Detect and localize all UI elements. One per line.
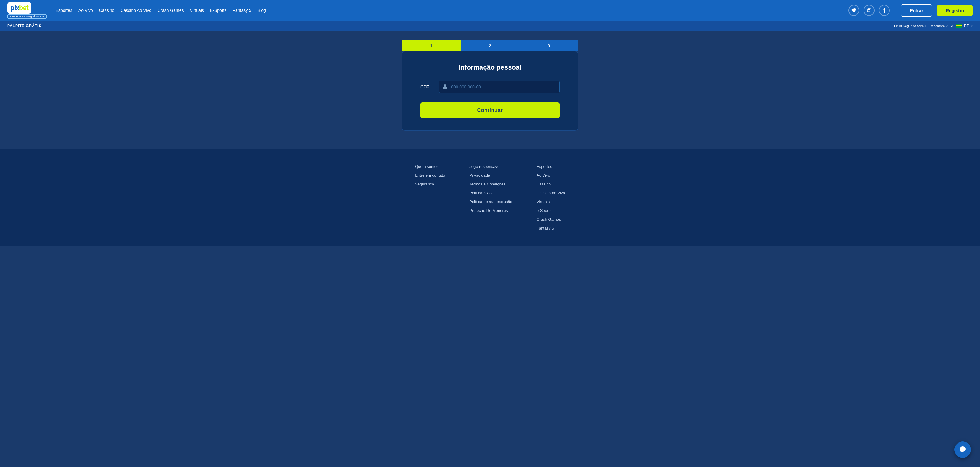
step-3-number: 3 xyxy=(548,43,550,48)
logo-area: pixbet Non-negative integral number xyxy=(7,2,46,19)
header-left: pixbet Non-negative integral number Espo… xyxy=(7,2,266,19)
cpf-row: CPF xyxy=(420,81,560,93)
logo-subtitle: Non-negative integral number xyxy=(7,14,46,19)
footer-columns: Quem somos Entre em contato Segurança Jo… xyxy=(24,164,956,231)
footer-virtuais[interactable]: Virtuais xyxy=(536,199,565,204)
form-card: Informação pessoal CPF Continuar xyxy=(402,51,578,131)
lang-chevron-icon[interactable]: ▾ xyxy=(971,24,973,28)
logo-pix-text: pix xyxy=(10,4,19,12)
svg-point-2 xyxy=(870,9,870,10)
brazil-flag-icon xyxy=(956,24,962,28)
nav-crash-games[interactable]: Crash Games xyxy=(158,8,184,13)
step-2: 2 xyxy=(460,40,519,51)
nav-fantasy5[interactable]: Fantasy 5 xyxy=(232,8,251,13)
nav-blog[interactable]: Blog xyxy=(258,8,266,13)
instagram-icon[interactable] xyxy=(864,5,875,16)
footer-col-2: Jogo responsável Privacidade Termos e Co… xyxy=(469,164,512,231)
language-selector[interactable]: PT xyxy=(964,24,969,28)
twitter-icon[interactable] xyxy=(848,5,859,16)
social-icons xyxy=(848,5,890,16)
footer-e-sports[interactable]: e-Sports xyxy=(536,208,565,213)
subheader: PALPITE GRÁTIS 14:48 Segunda-feira 18 De… xyxy=(0,21,980,31)
cpf-label: CPF xyxy=(420,84,433,89)
header-right: Entrar Registro xyxy=(848,4,973,17)
footer-jogo-responsavel[interactable]: Jogo responsável xyxy=(469,164,512,169)
footer-col-1: Quem somos Entre em contato Segurança xyxy=(415,164,445,231)
nav-ao-vivo[interactable]: Ao Vivo xyxy=(78,8,93,13)
registro-button[interactable]: Registro xyxy=(937,5,973,16)
svg-point-3 xyxy=(444,84,446,87)
nav-esportes[interactable]: Esportes xyxy=(56,8,72,13)
svg-point-1 xyxy=(868,10,870,11)
palpite-gratis[interactable]: PALPITE GRÁTIS xyxy=(7,24,41,28)
logo[interactable]: pixbet xyxy=(7,2,31,14)
footer-politica-autoexclusao[interactable]: Política de autoexclusão xyxy=(469,199,512,204)
facebook-icon[interactable] xyxy=(879,5,890,16)
footer-fantasy5[interactable]: Fantasy 5 xyxy=(536,226,565,231)
logo-bet-text: bet xyxy=(19,4,28,12)
chat-icon xyxy=(959,446,967,454)
form-title: Informação pessoal xyxy=(420,64,560,72)
steps-container: 1 2 3 xyxy=(402,40,578,51)
continuar-button[interactable]: Continuar xyxy=(420,102,560,118)
step-1: 1 xyxy=(402,40,460,51)
footer: Quem somos Entre em contato Segurança Jo… xyxy=(0,149,980,245)
footer-protecao-menores[interactable]: Proteção De Menores xyxy=(469,208,512,213)
footer-cassino[interactable]: Cassino xyxy=(536,182,565,186)
nav-cassino[interactable]: Cassino xyxy=(99,8,115,13)
main-nav: Esportes Ao Vivo Cassino Cassino Ao Vivo… xyxy=(56,8,266,13)
main-content: 1 2 3 Informação pessoal CPF Continuar xyxy=(0,31,980,149)
footer-seguranca[interactable]: Segurança xyxy=(415,182,445,186)
step-3: 3 xyxy=(520,40,578,51)
footer-termos-condicoes[interactable]: Termos e Condições xyxy=(469,182,512,186)
entrar-button[interactable]: Entrar xyxy=(900,4,932,17)
chat-button[interactable] xyxy=(955,441,971,458)
header: pixbet Non-negative integral number Espo… xyxy=(0,0,980,21)
footer-crash-games[interactable]: Crash Games xyxy=(536,217,565,222)
footer-entre-em-contato[interactable]: Entre em contato xyxy=(415,173,445,178)
datetime-text: 14:48 Segunda-feira 18 Dezembro 2023 xyxy=(893,24,953,28)
datetime-area: 14:48 Segunda-feira 18 Dezembro 2023 PT … xyxy=(893,24,973,28)
step-2-number: 2 xyxy=(489,43,491,48)
footer-cassino-ao-vivo[interactable]: Cassino ao Vivo xyxy=(536,191,565,195)
step-1-number: 1 xyxy=(430,43,432,48)
footer-esportes[interactable]: Esportes xyxy=(536,164,565,169)
nav-e-sports[interactable]: E-Sports xyxy=(210,8,226,13)
cpf-input-wrapper xyxy=(439,81,560,93)
footer-privacidade[interactable]: Privacidade xyxy=(469,173,512,178)
person-icon xyxy=(442,84,448,90)
footer-quem-somos[interactable]: Quem somos xyxy=(415,164,445,169)
nav-cassino-ao-vivo[interactable]: Cassino Ao Vivo xyxy=(120,8,151,13)
footer-ao-vivo[interactable]: Ao Vivo xyxy=(536,173,565,178)
cpf-input[interactable] xyxy=(439,81,560,93)
footer-politica-kyc[interactable]: Política KYC xyxy=(469,191,512,195)
nav-virtuais[interactable]: Virtuais xyxy=(190,8,204,13)
footer-col-3: Esportes Ao Vivo Cassino Cassino ao Vivo… xyxy=(536,164,565,231)
